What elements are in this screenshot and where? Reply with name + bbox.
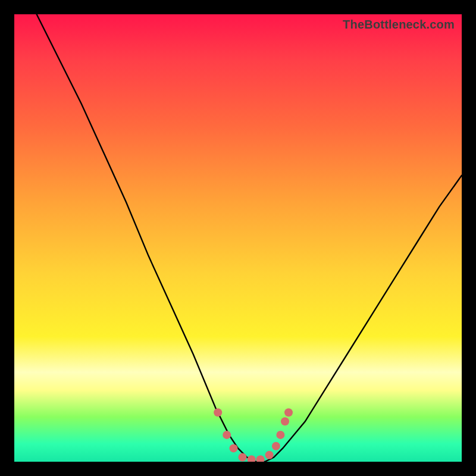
- bottleneck-curve: [37, 14, 462, 462]
- curve-marker: [239, 453, 247, 462]
- plot-area: TheBottleneck.com: [14, 14, 462, 462]
- curve-marker: [223, 431, 231, 439]
- curve-marker: [248, 455, 256, 462]
- curve-marker: [265, 451, 274, 459]
- curve-marker: [284, 408, 293, 416]
- chart-svg: [14, 14, 462, 462]
- curve-marker: [276, 431, 284, 439]
- chart-frame: TheBottleneck.com: [0, 0, 476, 476]
- curve-marker: [214, 408, 222, 416]
- curve-marker: [230, 444, 238, 452]
- curve-marker: [272, 442, 280, 450]
- curve-markers: [214, 408, 293, 462]
- curve-marker: [281, 417, 289, 425]
- curve-marker: [256, 455, 265, 462]
